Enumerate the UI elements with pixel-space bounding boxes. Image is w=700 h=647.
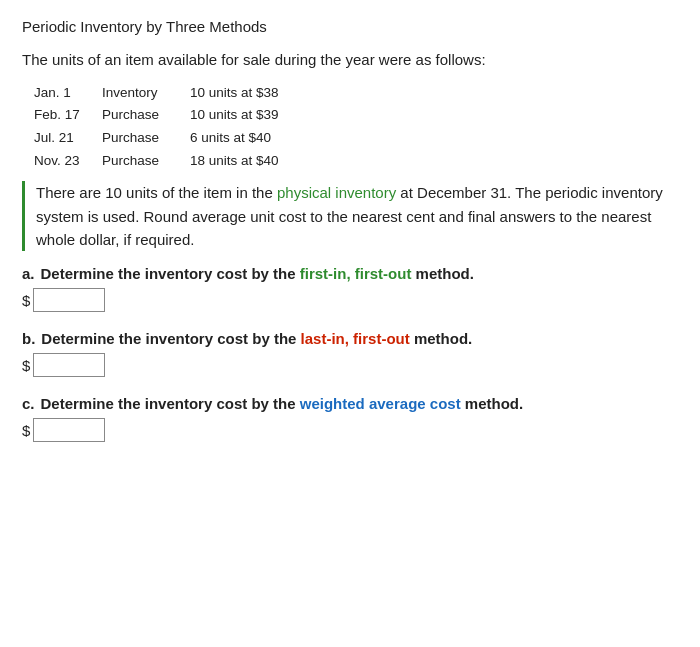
intro-text: The units of an item available for sale … <box>22 49 678 72</box>
section-b-input[interactable] <box>33 353 105 377</box>
inventory-row-1: Jan. 1 Inventory 10 units at $38 <box>34 82 678 105</box>
section-a-highlight: first-in, first-out <box>300 265 412 282</box>
row3-date: Jul. 21 <box>34 127 102 150</box>
section-a-label: a. Determine the inventory cost by the f… <box>22 265 678 282</box>
section-b-highlight: last-in, first-out <box>301 330 410 347</box>
row3-units: 6 units at $40 <box>190 127 271 150</box>
section-c-dollar: $ <box>22 422 30 439</box>
inventory-row-2: Feb. 17 Purchase 10 units at $39 <box>34 104 678 127</box>
section-b-label: b. Determine the inventory cost by the l… <box>22 330 678 347</box>
section-b-dollar: $ <box>22 357 30 374</box>
row2-type: Purchase <box>102 104 190 127</box>
row2-date: Feb. 17 <box>34 104 102 127</box>
section-a-input[interactable] <box>33 288 105 312</box>
section-a-text-before: Determine the inventory cost by the <box>41 265 300 282</box>
row4-date: Nov. 23 <box>34 150 102 173</box>
inventory-row-3: Jul. 21 Purchase 6 units at $40 <box>34 127 678 150</box>
section-b-text-before: Determine the inventory cost by the <box>41 330 300 347</box>
row1-date: Jan. 1 <box>34 82 102 105</box>
section-b-text-after: method. <box>410 330 473 347</box>
left-bar <box>22 181 25 251</box>
section-a-dollar: $ <box>22 292 30 309</box>
row1-type: Inventory <box>102 82 190 105</box>
row1-units: 10 units at $38 <box>190 82 279 105</box>
section-c-text-after: method. <box>461 395 524 412</box>
section-b-letter: b. <box>22 330 35 347</box>
row2-units: 10 units at $39 <box>190 104 279 127</box>
section-c: c. Determine the inventory cost by the w… <box>22 395 678 442</box>
row3-type: Purchase <box>102 127 190 150</box>
section-a-letter: a. <box>22 265 35 282</box>
problem-description: There are 10 units of the item in the ph… <box>36 181 678 251</box>
section-a-text: Determine the inventory cost by the firs… <box>41 265 474 282</box>
section-c-text: Determine the inventory cost by the weig… <box>41 395 524 412</box>
section-c-input-row: $ <box>22 418 678 442</box>
page-title: Periodic Inventory by Three Methods <box>22 18 678 35</box>
inventory-table: Jan. 1 Inventory 10 units at $38 Feb. 17… <box>34 82 678 174</box>
problem-text-1: There are 10 units of the item in the <box>36 184 277 201</box>
row4-type: Purchase <box>102 150 190 173</box>
section-c-highlight: weighted average cost <box>300 395 461 412</box>
inventory-row-4: Nov. 23 Purchase 18 units at $40 <box>34 150 678 173</box>
section-b: b. Determine the inventory cost by the l… <box>22 330 678 377</box>
physical-inventory-highlight: physical inventory <box>277 184 396 201</box>
section-c-input[interactable] <box>33 418 105 442</box>
section-a-input-row: $ <box>22 288 678 312</box>
section-c-label: c. Determine the inventory cost by the w… <box>22 395 678 412</box>
section-a: a. Determine the inventory cost by the f… <box>22 265 678 312</box>
section-c-text-before: Determine the inventory cost by the <box>41 395 300 412</box>
problem-container: There are 10 units of the item in the ph… <box>22 181 678 251</box>
section-a-text-after: method. <box>411 265 474 282</box>
section-c-letter: c. <box>22 395 35 412</box>
section-b-text: Determine the inventory cost by the last… <box>41 330 472 347</box>
row4-units: 18 units at $40 <box>190 150 279 173</box>
section-b-input-row: $ <box>22 353 678 377</box>
